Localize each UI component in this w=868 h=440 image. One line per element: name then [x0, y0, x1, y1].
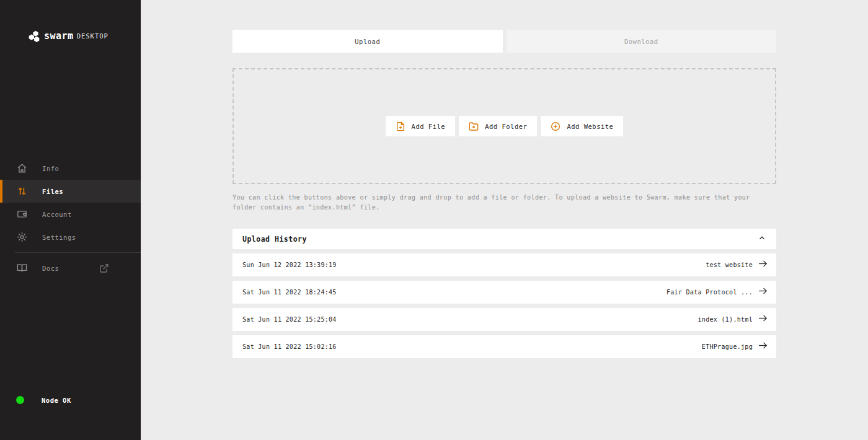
tab-bar: Upload Download: [232, 30, 776, 53]
sidebar-nav: Info Files Account: [0, 157, 141, 279]
history-row[interactable]: Sat Jun 11 2022 15:25:04 index (1).html: [232, 308, 776, 331]
transfer-icon: [17, 186, 27, 196]
arrow-right-icon[interactable]: [758, 286, 768, 299]
home-icon: [17, 163, 27, 174]
add-website-button[interactable]: Add Website: [541, 116, 623, 136]
arrow-right-icon[interactable]: [758, 258, 768, 271]
sidebar-item-label: Files: [42, 188, 63, 195]
history-row-timestamp: Sun Jun 12 2022 13:39:19: [242, 262, 337, 268]
arrow-right-icon[interactable]: [758, 313, 768, 326]
sidebar-item-account[interactable]: Account: [0, 203, 141, 226]
sidebar-item-label: Settings: [42, 234, 76, 241]
history-row-filename: Fair Data Protocol ...: [666, 289, 753, 296]
history-row-timestamp: Sat Jun 11 2022 15:02:16: [242, 343, 337, 350]
file-plus-icon: [396, 121, 405, 131]
history-row-right: Fair Data Protocol ...: [666, 286, 768, 299]
sidebar-item-label: Docs: [42, 265, 59, 272]
add-file-label: Add File: [412, 123, 446, 130]
history-row-timestamp: Sat Jun 11 2022 18:24:45: [242, 289, 337, 296]
status-dot: [16, 396, 24, 404]
node-status: Node OK: [16, 396, 71, 404]
wallet-icon: [17, 209, 27, 219]
add-file-button[interactable]: Add File: [386, 116, 456, 136]
sidebar: swarm DESKTOP Info Files: [0, 0, 141, 440]
dropzone-hint: You can click the buttons above or simpl…: [232, 193, 776, 213]
sidebar-item-label: Account: [42, 211, 72, 218]
brand-name: swarm: [44, 30, 74, 42]
sidebar-item-files[interactable]: Files: [0, 180, 141, 203]
history-row[interactable]: Sat Jun 11 2022 15:02:16 ETHPrague.jpg: [232, 335, 776, 358]
upload-history: Upload History Sun Jun 12 2022 13:39:19 …: [232, 229, 776, 358]
history-row[interactable]: Sun Jun 12 2022 13:39:19 test website: [232, 253, 776, 276]
book-icon: [17, 263, 27, 273]
folder-plus-icon: [469, 121, 479, 131]
upload-history-header[interactable]: Upload History: [232, 229, 776, 249]
upload-history-title: Upload History: [242, 235, 307, 244]
history-row-filename: index (1).html: [698, 316, 753, 323]
add-website-label: Add Website: [567, 123, 613, 130]
history-row-filename: ETHPrague.jpg: [702, 343, 753, 350]
tab-upload[interactable]: Upload: [232, 30, 503, 53]
history-row-right: test website: [706, 258, 768, 271]
sidebar-item-label: Info: [42, 165, 59, 172]
main-area: Upload Download Add File: [141, 0, 868, 440]
arrow-right-icon[interactable]: [758, 340, 768, 353]
history-row-filename: test website: [706, 262, 753, 268]
globe-plus-icon: [551, 121, 560, 131]
sidebar-item-settings[interactable]: Settings: [0, 226, 141, 249]
sidebar-item-info[interactable]: Info: [0, 157, 141, 180]
content-column: Upload Download Add File: [232, 0, 776, 358]
app-window: swarm DESKTOP Info Files: [0, 0, 868, 440]
sidebar-divider: [15, 252, 141, 253]
add-folder-label: Add Folder: [485, 123, 527, 130]
brand-suffix: DESKTOP: [77, 32, 108, 40]
chevron-up-icon[interactable]: [758, 233, 766, 245]
history-row-right: index (1).html: [698, 313, 769, 326]
dropzone[interactable]: Add File Add Folder: [232, 68, 776, 184]
sidebar-item-docs[interactable]: Docs: [0, 257, 141, 279]
history-row[interactable]: Sat Jun 11 2022 18:24:45 Fair Data Proto…: [232, 281, 776, 304]
node-status-label: Node OK: [42, 397, 71, 404]
gear-icon: [17, 232, 27, 242]
tab-download[interactable]: Download: [507, 30, 777, 53]
add-folder-button[interactable]: Add Folder: [459, 116, 537, 136]
dropzone-buttons: Add File Add Folder: [386, 116, 624, 136]
history-row-timestamp: Sat Jun 11 2022 15:25:04: [242, 316, 337, 323]
external-link-icon: [99, 263, 109, 273]
swarm-logo-icon: [28, 30, 40, 42]
history-row-right: ETHPrague.jpg: [702, 340, 768, 353]
app-logo: swarm DESKTOP: [28, 30, 108, 42]
